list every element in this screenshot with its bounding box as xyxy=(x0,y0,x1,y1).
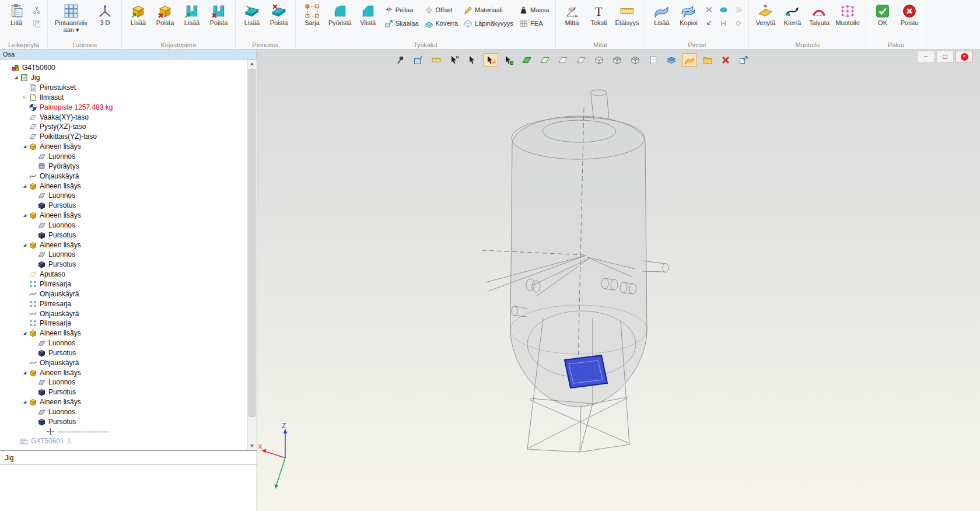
ribbon-button-pintaan-viivaan[interactable]: Pintaan/viivaan ▾ xyxy=(51,2,92,35)
delete-icon[interactable] xyxy=(718,53,733,66)
ribbon-button-skaalaa[interactable]: Skaalaa xyxy=(383,18,421,29)
collapse-arrow-icon[interactable]: ◢ xyxy=(21,331,29,335)
ribbon-button-fea[interactable]: FEA xyxy=(517,18,551,29)
tree-item-aineen-lis-ys[interactable]: ◢Aineen lisäys xyxy=(0,328,247,338)
collapse-arrow-icon[interactable]: ◢ xyxy=(21,370,29,375)
ribbon-button-et-isyys[interactable]: Etäisyys xyxy=(612,2,642,28)
collapse-arrow-icon[interactable]: ◢ xyxy=(12,75,20,80)
3d-viewport[interactable]: Z x –□× xyxy=(257,50,980,511)
tree-item-ilmiasut[interactable]: ▷Ilmiasut xyxy=(0,93,247,103)
tree-item-piirresarja[interactable]: Piirresarja xyxy=(0,279,247,289)
tree-item-pursotus[interactable]: Pursotus xyxy=(0,260,247,270)
tree-item-luonnos[interactable]: Luonnos xyxy=(0,407,247,417)
tree-item-luonnos[interactable]: Luonnos xyxy=(0,338,247,348)
ribbon-button-st5[interactable] xyxy=(718,18,730,29)
collapse-arrow-icon[interactable]: ◢ xyxy=(21,213,29,218)
tree-item-painopiste-1257-483-kg[interactable]: Painopiste 1257.483 kg xyxy=(0,102,247,112)
ribbon-button-lis[interactable]: Lisää xyxy=(648,2,675,28)
tree-item-aineen-lis-ys[interactable]: ◢Aineen lisäys xyxy=(0,181,247,191)
surface-patch-icon[interactable] xyxy=(682,53,697,66)
box-wireframe-icon[interactable] xyxy=(592,53,607,66)
tree-item-aineen-lis-ys[interactable]: ◢Aineen lisäys xyxy=(0,240,247,250)
ribbon-button-teksti[interactable]: TTeksti xyxy=(586,2,612,28)
library-folder-icon[interactable] xyxy=(700,53,715,66)
tree-item-pursotus[interactable]: Pursotus xyxy=(0,416,247,426)
ribbon-button-cut[interactable] xyxy=(31,4,43,16)
expand-arrow-icon[interactable]: ▷ xyxy=(21,95,29,100)
tree-item-ohjausk-yr[interactable]: Ohjauskäyrä xyxy=(0,289,247,299)
tree-item-pursotus[interactable]: Pursotus xyxy=(0,348,247,358)
ribbon-button-viist[interactable]: Viistä xyxy=(355,2,382,28)
scroll-up-button[interactable] xyxy=(248,60,256,68)
ribbon-button-st6[interactable] xyxy=(732,18,744,29)
minimize-button[interactable]: – xyxy=(917,51,935,62)
shaded-face-icon[interactable] xyxy=(519,53,534,66)
ribbon-button-koverra[interactable]: Koverra xyxy=(423,18,460,29)
ribbon-button-lis[interactable]: Lisää xyxy=(178,2,205,28)
ribbon-button-st3[interactable] xyxy=(732,4,744,16)
tree-item-pursotus[interactable]: Pursotus xyxy=(0,387,247,397)
pin-icon[interactable] xyxy=(393,53,408,66)
collapse-arrow-icon[interactable]: ◢ xyxy=(21,400,29,404)
collapse-arrow-icon[interactable]: ◢ xyxy=(21,144,29,149)
tree-item-aineen-lis-ys[interactable]: ◢Aineen lisäys xyxy=(0,368,247,377)
tree-scrollbar[interactable] xyxy=(247,60,256,450)
tree-item-jig[interactable]: ◢Jig xyxy=(0,73,247,83)
tree-item-pysty-xz-taso[interactable]: Pysty(XZ)-taso xyxy=(0,122,247,132)
layer-stack-icon[interactable] xyxy=(664,53,679,66)
ribbon-button-venyt[interactable]: Venytä xyxy=(752,2,779,28)
tree-item-aputaso[interactable]: Aputaso xyxy=(0,270,247,279)
ribbon-button-kierr[interactable]: Kierrä xyxy=(779,2,806,28)
tree-item-poikittais-yz-taso[interactable]: Poikittais(YZ)-taso xyxy=(0,132,247,142)
collapse-arrow-icon[interactable]: ◢ xyxy=(21,243,29,247)
ribbon-button-st4[interactable] xyxy=(703,18,715,29)
tree-item-aineen-lis-ys[interactable]: ◢Aineen lisäys xyxy=(0,211,247,220)
tree-item-ohjausk-yr[interactable]: Ohjauskäyrä xyxy=(0,358,247,368)
tree-item-pursotus[interactable]: Pursotus xyxy=(0,230,247,240)
outlined-face-icon[interactable] xyxy=(537,53,552,66)
collapse-arrow-icon[interactable]: ◢ xyxy=(21,184,29,188)
snap-angle-cursor-icon[interactable] xyxy=(447,53,462,66)
measure-icon[interactable] xyxy=(429,53,444,66)
box-grid-icon[interactable] xyxy=(628,53,643,66)
fit-view-icon[interactable] xyxy=(411,53,426,66)
scrollbar-track[interactable] xyxy=(248,68,256,442)
ribbon-button-mitta[interactable]: 45Mitta xyxy=(559,2,586,28)
ribbon-button-kopioi[interactable]: Kopioi xyxy=(675,2,702,28)
select-cursor-icon[interactable] xyxy=(465,53,480,66)
tree-item-g4t50600[interactable]: G4T50600 xyxy=(0,63,247,73)
ribbon-button-liit[interactable]: Liitä xyxy=(3,2,30,28)
export-view-icon[interactable] xyxy=(736,53,751,66)
tree-item-pursotus[interactable]: Pursotus xyxy=(0,201,247,211)
tree-item-luonnos[interactable]: Luonnos xyxy=(0,220,247,230)
ribbon-button-materiaali[interactable]: Materiaali xyxy=(462,4,515,16)
ribbon-button-poista[interactable]: Poista xyxy=(265,2,292,28)
ribbon-button-lis[interactable]: Lisää xyxy=(125,2,152,28)
ribbon-button-l-pin-kyvyys[interactable]: Läpinäkyvyys xyxy=(462,18,515,29)
tree-item-g4t50601-l[interactable]: G4T50601 .L xyxy=(0,436,247,446)
tree-item-luonnos[interactable]: Luonnos xyxy=(0,250,247,260)
ribbon-button-3-d[interactable]: 3 D xyxy=(92,2,118,28)
ribbon-button-sarja[interactable]: Sarja xyxy=(299,2,326,28)
ribbon-button-taivuta[interactable]: Taivuta xyxy=(806,2,832,28)
tree-item-py-r-ytys[interactable]: Pyöräytys xyxy=(0,161,247,171)
tree-item-luonnos[interactable]: Luonnos xyxy=(0,377,247,387)
tank-model[interactable] xyxy=(482,90,668,452)
scroll-down-button[interactable] xyxy=(248,442,256,450)
maximize-button[interactable]: □ xyxy=(936,51,954,62)
tree-item-x[interactable]: ---------------------- xyxy=(0,426,247,436)
tree-item-aineen-lis-ys[interactable]: ◢Aineen lisäys xyxy=(0,142,247,152)
ribbon-button-lis[interactable]: Lisää xyxy=(239,2,265,28)
pick-face-cursor-icon[interactable] xyxy=(501,53,516,66)
ribbon-button-massa[interactable]: Massa xyxy=(517,4,551,16)
ribbon-button-st1[interactable] xyxy=(703,4,715,16)
tree-item-piirustukset[interactable]: Piirustukset xyxy=(0,83,247,93)
drawing-sheet-icon[interactable] xyxy=(646,53,661,66)
work-plane-icon[interactable] xyxy=(555,53,570,66)
tree-item-ohjausk-yr[interactable]: Ohjauskäyrä xyxy=(0,309,247,318)
pick-corner-cursor-icon[interactable] xyxy=(483,53,498,66)
section-plane-icon[interactable] xyxy=(573,53,589,66)
tree-item-vaaka-xy-taso[interactable]: Vaaka(XY)-taso xyxy=(0,112,247,122)
scrollbar-thumb[interactable] xyxy=(249,69,256,417)
tree-item-luonnos[interactable]: Luonnos xyxy=(0,152,247,162)
